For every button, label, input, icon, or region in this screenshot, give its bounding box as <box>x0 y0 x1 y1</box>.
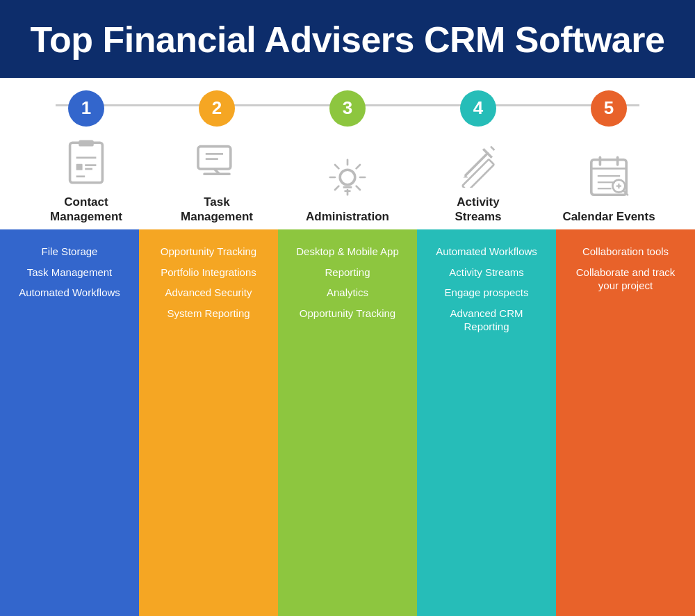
feature-1-1: File Storage <box>42 245 98 259</box>
calendar-events-icon <box>581 149 637 205</box>
svg-rect-28 <box>591 160 626 195</box>
activity-streams-icon <box>450 135 506 191</box>
svg-point-12 <box>340 170 355 185</box>
feature-3-3: Analytics <box>327 286 368 300</box>
feature-5-2: Collaborate and track your project <box>566 266 685 293</box>
svg-line-26 <box>491 146 494 149</box>
page-wrapper: Top Financial Advisers CRM Software 1 2 … <box>0 0 695 616</box>
feature-2-1: Opportunity Tracking <box>161 245 256 259</box>
svg-marker-24 <box>463 175 468 178</box>
svg-rect-3 <box>76 164 83 170</box>
feature-2-3: Advanced Security <box>165 286 252 300</box>
feature-col-2: Opportunity Tracking Portfolio Integrati… <box>139 229 278 616</box>
step-4: 4 <box>460 90 496 127</box>
svg-rect-7 <box>198 146 231 168</box>
step-5: 5 <box>591 90 627 127</box>
feature-4-1: Automated Workflows <box>436 245 537 259</box>
page-title: Top Financial Advisers CRM Software <box>14 19 681 61</box>
icon-label-2: TaskManagement <box>181 195 253 225</box>
feature-col-4: Automated Workflows Activity Streams Eng… <box>417 229 556 616</box>
icon-label-3: Administration <box>306 209 389 224</box>
administration-icon <box>320 149 375 205</box>
icons-row: ContactManagement TaskManagement <box>0 127 695 230</box>
steps-row: 1 2 3 4 5 <box>0 78 695 127</box>
feature-1-3: Automated Workflows <box>19 286 120 300</box>
svg-line-19 <box>357 165 360 168</box>
feature-1-2: Task Management <box>27 266 113 279</box>
icon-label-1: ContactManagement <box>50 195 122 225</box>
feature-3-4: Opportunity Tracking <box>300 307 395 321</box>
icon-col-5: Calendar Events <box>550 149 667 224</box>
icon-col-4: ActivityStreams <box>419 135 537 225</box>
svg-line-20 <box>335 186 338 190</box>
feature-col-5: Collaboration tools Collaborate and trac… <box>556 229 695 616</box>
feature-4-2: Activity Streams <box>449 266 524 279</box>
icon-col-2: TaskManagement <box>158 135 275 225</box>
feature-2-4: System Reporting <box>167 307 250 321</box>
page-header: Top Financial Advisers CRM Software <box>0 0 695 78</box>
icon-col-3: Administration <box>288 149 406 224</box>
feature-3-2: Reporting <box>325 266 370 279</box>
icon-label-4: ActivityStreams <box>455 195 501 225</box>
step-2: 2 <box>199 90 235 127</box>
feature-col-3: Desktop & Mobile App Reporting Analytics… <box>278 229 417 616</box>
feature-4-4: Advanced CRM Reporting <box>427 307 546 334</box>
icon-col-1: ContactManagement <box>27 135 145 225</box>
feature-5-1: Collaboration tools <box>582 245 669 259</box>
contact-management-icon <box>58 135 114 191</box>
feature-2-2: Portfolio Integrations <box>161 266 256 279</box>
svg-rect-0 <box>70 143 103 183</box>
step-3: 3 <box>329 90 366 127</box>
feature-3-1: Desktop & Mobile App <box>296 245 399 259</box>
svg-line-17 <box>335 165 338 168</box>
svg-rect-1 <box>79 140 94 146</box>
feature-col-1: File Storage Task Management Automated W… <box>0 229 139 616</box>
step-1: 1 <box>68 90 104 127</box>
icon-label-5: Calendar Events <box>562 209 655 224</box>
feature-4-3: Engage prospects <box>445 286 529 300</box>
task-management-icon <box>189 135 245 191</box>
features-row: File Storage Task Management Automated W… <box>0 229 695 616</box>
svg-line-18 <box>357 186 360 190</box>
